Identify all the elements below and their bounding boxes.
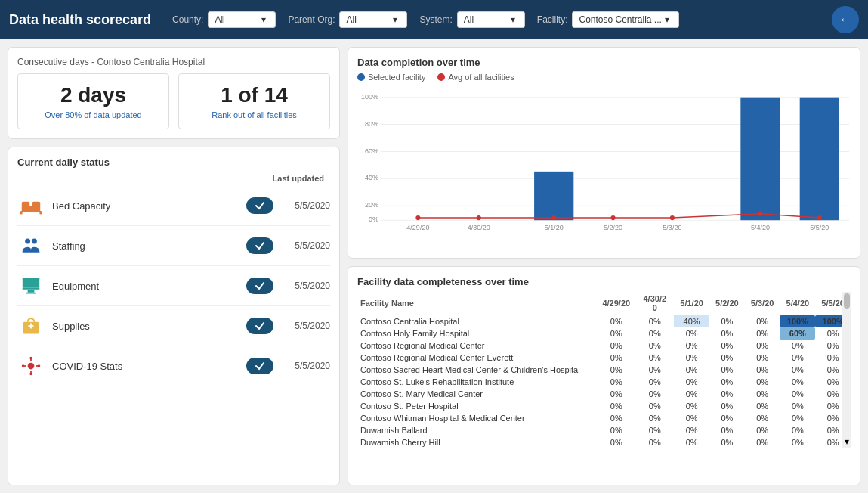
system-select[interactable]: All ▾: [457, 11, 525, 28]
current-status-card: Current daily status Last updated Bed Ca…: [8, 147, 340, 485]
avg-dot-7: [817, 215, 822, 220]
svg-point-22: [22, 364, 25, 367]
scrollbar-thumb[interactable]: [844, 293, 850, 309]
parent-org-chevron-icon: ▾: [393, 14, 397, 25]
table-cell-facility-name: Duwamish Ballard: [357, 424, 597, 436]
left-panel: Consecutive days - Contoso Centralia Hos…: [8, 47, 340, 485]
chart-area: 100% 80% 60% 40% 20% 0%: [357, 88, 851, 231]
table-cell-2-5: 0%: [780, 340, 815, 352]
table-cell-9-4: 0%: [745, 424, 780, 436]
table-cell-1-5: 60%: [780, 327, 815, 340]
avg-dot-3: [551, 215, 556, 220]
status-row: Bed Capacity5/5/2020: [17, 186, 330, 226]
status-rows-container: Bed Capacity5/5/2020Staffing5/5/2020Equi…: [17, 186, 330, 386]
last-updated-header: Last updated: [273, 174, 324, 183]
table-cell-4-5: 0%: [780, 364, 815, 376]
table-cell-3-3: 0%: [709, 352, 745, 364]
table-cell-10-5: 0%: [780, 436, 815, 448]
table-cell-10-4: 0%: [745, 436, 780, 448]
status-check-staffing: [246, 237, 273, 254]
facility-label: Facility:: [537, 14, 568, 25]
table-cell-7-2: 0%: [674, 400, 709, 412]
table-row: Contoso Regional Medical Center Everett0…: [357, 352, 851, 364]
status-row: COVID-19 Stats5/5/2020: [17, 346, 330, 386]
table-cell-10-3: 0%: [709, 436, 745, 448]
table-cell-1-1: 0%: [635, 327, 674, 340]
scroll-down-icon[interactable]: ▾: [845, 436, 849, 447]
table-cell-3-4: 0%: [745, 352, 780, 364]
table-cell-facility-name: Contoso Sacred Heart Medical Center & Ch…: [357, 364, 597, 376]
table-cell-6-2: 0%: [674, 388, 709, 400]
table-cell-1-4: 0%: [745, 327, 780, 340]
facility-data-table: Facility Name 4/29/20 4/30/20 5/1/20 5/2…: [357, 292, 851, 448]
table-cell-4-0: 0%: [597, 364, 635, 376]
col-header-5-1: 5/1/20: [674, 292, 709, 315]
main-content: Consecutive days - Contoso Centralia Hos…: [0, 39, 868, 493]
table-row: Duwamish Cherry Hill0%0%0%0%0%0%0%: [357, 436, 851, 448]
legend-dot-avg: [437, 73, 445, 81]
table-cell-4-1: 0%: [635, 364, 674, 376]
table-cell-2-2: 0%: [674, 340, 709, 352]
table-cell-facility-name: Contoso Holy Family Hospital: [357, 327, 597, 340]
back-button[interactable]: ←: [832, 6, 859, 33]
table-cell-4-3: 0%: [709, 364, 745, 376]
status-check-covid-19-stats: [246, 358, 273, 374]
table-cell-9-3: 0%: [709, 424, 745, 436]
status-name-covid-19-stats: COVID-19 Stats: [52, 361, 246, 372]
county-filter-group: County: All ▾: [172, 11, 276, 28]
col-header-4-29: 4/29/20: [597, 292, 635, 315]
avg-dot-4: [611, 215, 616, 220]
table-cell-6-1: 0%: [635, 388, 674, 400]
status-row: Staffing5/5/2020: [17, 226, 330, 266]
table-row: Duwamish Ballard0%0%0%0%0%0%0%: [357, 424, 851, 436]
svg-text:5/2/20: 5/2/20: [604, 224, 622, 231]
status-date-staffing: 5/5/2020: [289, 240, 330, 251]
status-icon-supplies: [17, 312, 45, 340]
table-cell-2-1: 0%: [635, 340, 674, 352]
facility-select[interactable]: Contoso Centralia ... ▾: [572, 11, 678, 28]
legend-selected-label: Selected facility: [368, 73, 425, 82]
table-cell-5-3: 0%: [709, 376, 745, 388]
table-cell-4-4: 0%: [745, 364, 780, 376]
svg-point-5: [25, 238, 30, 243]
days-row: 2 days Over 80% of data updated 1 of 14 …: [17, 73, 330, 129]
table-cell-4-2: 0%: [674, 364, 709, 376]
facility-table-card: Facility data completeness over time Fac…: [348, 266, 860, 485]
svg-rect-11: [26, 293, 36, 294]
status-check-bed-capacity: [246, 197, 273, 214]
svg-text:5/4/20: 5/4/20: [751, 224, 770, 231]
facility-table-body: Contoso Centralia Hospital0%0%40%0%0%100…: [357, 315, 851, 449]
table-row: Contoso Holy Family Hospital0%0%0%0%0%60…: [357, 327, 851, 340]
status-date-covid-19-stats: 5/5/2020: [289, 361, 330, 371]
consecutive-days-card: Consecutive days - Contoso Centralia Hos…: [8, 47, 340, 139]
table-cell-9-1: 0%: [635, 424, 674, 436]
parent-org-filter-group: Parent Org: All ▾: [288, 11, 407, 28]
avg-dot-1: [415, 215, 420, 220]
table-row: Contoso Sacred Heart Medical Center & Ch…: [357, 364, 851, 376]
table-cell-8-2: 0%: [674, 412, 709, 424]
rank-subtitle[interactable]: Rank out of all facilities: [188, 110, 320, 119]
table-cell-facility-name: Contoso St. Mary Medical Center: [357, 388, 597, 400]
status-date-supplies: 5/5/2020: [289, 321, 330, 331]
table-cell-7-0: 0%: [597, 400, 635, 412]
table-cell-10-0: 0%: [597, 436, 635, 448]
svg-text:100%: 100%: [361, 93, 378, 101]
table-cell-facility-name: Contoso Regional Medical Center: [357, 340, 597, 352]
table-scrollbar[interactable]: ▾: [842, 292, 851, 448]
chart-card: Data completion over time Selected facil…: [348, 47, 860, 259]
rank-value: 1 of 14: [188, 83, 320, 107]
county-select[interactable]: All ▾: [208, 11, 276, 28]
table-cell-3-2: 0%: [674, 352, 709, 364]
table-row: Contoso St. Luke's Rehabilitation Instit…: [357, 376, 851, 388]
table-cell-8-3: 0%: [709, 412, 745, 424]
facility-table-title: Facility data completeness over time: [357, 276, 851, 287]
parent-org-select[interactable]: All ▾: [339, 11, 407, 28]
parent-org-label: Parent Org:: [288, 14, 335, 25]
days-subtitle[interactable]: Over 80% of data updated: [27, 110, 159, 119]
status-name-staffing: Staffing: [52, 240, 246, 252]
table-cell-5-5: 0%: [780, 376, 815, 388]
facility-filter-group: Facility: Contoso Centralia ... ▾: [537, 11, 679, 28]
status-name-equipment: Equipment: [52, 281, 246, 292]
table-row: Contoso St. Mary Medical Center0%0%0%0%0…: [357, 388, 851, 400]
system-label: System:: [419, 14, 452, 25]
